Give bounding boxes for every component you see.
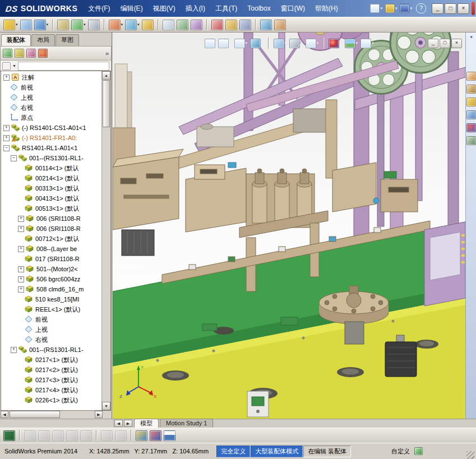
featuremanager-icon[interactable] [3,49,12,58]
simulation-advisor-icon[interactable] [274,20,286,30]
tree-item[interactable]: 原点 [1,113,101,123]
panel-overflow-button[interactable]: » [105,50,109,57]
tree-expander[interactable]: + [18,216,24,222]
tree-expander[interactable]: + [18,246,24,252]
tree-expander[interactable]: + [18,276,24,282]
dropdown-arrow-icon[interactable]: ▾ [395,6,398,11]
tree-expander[interactable]: + [18,226,24,232]
tree-item[interactable]: 前视 [1,314,101,324]
appearances-scenes-icon[interactable] [466,123,476,132]
tree-item[interactable]: +006 (SRI1108-R [1,214,101,224]
mate-icon[interactable] [20,20,32,30]
tree-vertical-scrollbar[interactable]: ▲ ▼ [101,71,110,410]
tree-item[interactable]: 0217<2> (默认) [1,365,101,375]
tree-expander[interactable]: + [18,266,24,272]
tree-item[interactable]: 00513<1> (默认 [1,203,101,214]
tree-item[interactable]: +(-) RS1401-CS1-A01<1 [1,123,101,133]
tree-item[interactable]: +008--(Layer be [1,244,101,254]
select-filter-toggle-button[interactable] [3,430,16,442]
tab-scroll-left-icon[interactable]: ◀ [114,420,123,427]
left-frame[interactable] [113,64,135,170]
filter-edges-icon[interactable] [38,430,50,441]
filter-edges-button[interactable] [38,430,50,442]
tree-item[interactable]: 右视 [1,335,101,345]
view-settings-button[interactable]: ▾ [360,38,375,49]
tree-item[interactable]: −RS1401-RL1-A01<1 [1,143,101,153]
filter-faces-icon[interactable] [52,430,64,441]
view-orientation-icon[interactable] [274,39,284,48]
dropdown-arrow-icon[interactable]: ▾ [84,22,86,27]
dropdown-arrow-icon[interactable]: ▾ [410,6,412,11]
move-component-icon[interactable] [71,20,83,30]
open-document-button[interactable]: ▾ [385,3,398,13]
view-settings-icon[interactable] [361,39,371,48]
control-panel[interactable] [424,222,465,306]
section-view-icon[interactable] [260,20,272,30]
tree-item[interactable]: 右视 [1,103,101,113]
tree-item[interactable]: 上视 [1,92,101,103]
dropdown-arrow-icon[interactable]: ▾ [380,6,382,11]
doc-close-button[interactable]: × [451,39,462,48]
scroll-thumb[interactable] [10,411,60,418]
tree-item[interactable]: 00712<1> (默认 [1,234,101,244]
tree-item[interactable]: 0217<4> (默认) [1,385,101,395]
new-motion-study-icon[interactable] [142,20,154,30]
tree-item[interactable]: 0217<3> (默认) [1,375,101,385]
tree-item[interactable]: 0217<1> (默认) [1,355,101,365]
tree-item[interactable]: +501--(Motor)2< [1,264,101,274]
tree-item[interactable]: 00114<1> (默认 [1,163,101,173]
dropdown-arrow-icon[interactable]: ▾ [340,41,342,45]
interference-detection-icon[interactable] [211,20,223,30]
show-hidden-components-button[interactable] [87,19,100,31]
tree-item[interactable]: 上视 [1,324,101,335]
file-explorer-icon[interactable] [466,98,476,106]
scroll-thumb[interactable] [103,80,110,127]
new-motion-study-button[interactable] [141,19,154,31]
support-column[interactable] [326,100,337,178]
solidworks-resources-icon[interactable] [466,72,476,81]
previous-view-button[interactable]: ▾ [234,38,248,49]
reference-geometry-icon[interactable] [125,20,137,30]
edit-appearance-icon[interactable] [329,39,339,48]
close-button[interactable]: × [457,3,469,14]
filter-faces-button[interactable] [52,430,64,442]
menu-item[interactable]: 插入(I) [181,2,210,16]
scroll-down-icon[interactable]: ▼ [102,402,110,410]
assembly-features-button[interactable]: ▾ [108,19,124,31]
dropdown-arrow-icon[interactable]: ▾ [356,41,358,45]
dropdown-arrow-icon[interactable]: ▾ [121,22,123,27]
simulation-advisor-button[interactable] [274,19,286,31]
zoom-fit-button[interactable] [204,38,216,49]
apply-scene-button[interactable]: ▾ [344,38,359,49]
filter-surface-bodies-button[interactable] [66,430,78,442]
tree-item[interactable]: +001--(RS1301-RL1- [1,345,101,355]
filter-axes-button[interactable] [100,430,113,442]
tree-item[interactable]: +A注解 [1,72,101,82]
tree-filter-input[interactable] [18,62,109,71]
tree-expander[interactable]: + [18,286,24,293]
menu-item[interactable]: 帮助(H) [310,2,343,16]
tree-item[interactable]: +006 (SRI1108-R [1,224,101,234]
mass-properties-icon[interactable] [239,20,251,30]
assembly-visualization-icon[interactable] [136,430,147,441]
tree-item[interactable]: 017 (SRI1108-R [1,254,101,264]
tree-item[interactable]: 00214<1> (默认 [1,173,101,183]
menu-item[interactable]: 视图(V) [148,2,181,16]
maximize-button[interactable]: □ [445,3,456,14]
bill-of-materials-icon[interactable] [163,20,174,30]
explode-line-sketch-button[interactable] [190,19,203,31]
tree-item[interactable]: +(-) RS1401-FR1-A0: [1,133,101,143]
filter-vertices-button[interactable] [24,430,36,442]
dropdown-arrow-icon[interactable]: ▾ [229,41,232,45]
filter-funnel-icon[interactable] [2,62,11,70]
reference-geometry-button[interactable]: ▾ [124,19,140,31]
tab-motion-study-1[interactable]: Motion Study 1 [160,419,213,428]
filter-vertices-icon[interactable] [24,430,36,441]
design-library-icon[interactable] [466,85,476,94]
doc-maximize-button[interactable]: □ [440,39,450,48]
tree-expander[interactable]: + [3,125,10,131]
previous-view-icon[interactable] [234,39,245,48]
new-document-button[interactable]: ▾ [369,3,383,13]
doc-minimize-button[interactable]: _ [428,39,438,48]
measure-button[interactable] [225,19,238,31]
